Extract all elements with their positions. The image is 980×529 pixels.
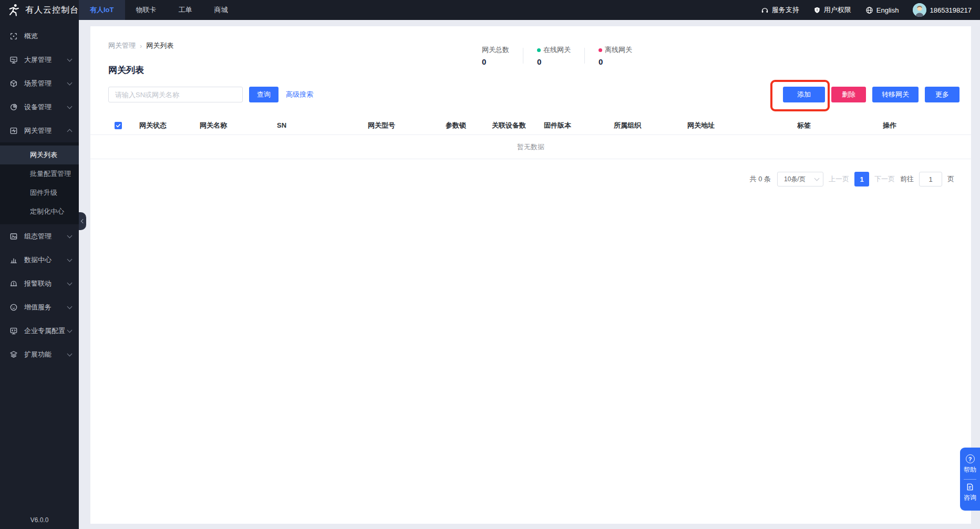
breadcrumb-parent[interactable]: 网关管理 xyxy=(108,41,136,50)
top-nav-tabs: 有人IoT 物联卡 工单 商城 xyxy=(79,0,239,20)
user-account[interactable]: 18653198217 xyxy=(913,3,972,17)
toolbar: 查询 高级搜索 添加 删除 转移网关 更多 xyxy=(90,87,971,102)
user-permissions[interactable]: 用户权限 xyxy=(813,5,851,15)
select-all-checkbox[interactable] xyxy=(115,122,122,129)
next-page-button[interactable]: 下一页 xyxy=(874,174,895,184)
delete-button[interactable]: 删除 xyxy=(831,87,866,102)
tab-work-order[interactable]: 工单 xyxy=(168,0,203,20)
globe-icon xyxy=(865,6,873,14)
table-header-checkbox-cell xyxy=(108,122,139,129)
sidebar-item-label: 增值服务 xyxy=(24,303,68,312)
sidebar-collapse-handle[interactable] xyxy=(79,212,86,230)
app-logo: 有人云控制台 xyxy=(0,0,79,20)
stat-divider xyxy=(584,48,585,64)
headset-icon xyxy=(761,6,769,14)
sidebar-item-label: 企业专属配置 xyxy=(24,326,68,336)
alarm-icon xyxy=(9,279,18,288)
sidebar-item-label: 报警联动 xyxy=(24,279,68,288)
gateway-icon xyxy=(9,126,18,135)
col-param-lock: 参数锁 xyxy=(446,121,492,130)
chevron-down-icon xyxy=(67,304,73,309)
bar-chart-icon xyxy=(9,255,18,264)
stat-offline-gateways: 离线网关 0 xyxy=(599,45,632,66)
big-screen-icon xyxy=(9,55,18,64)
chevron-up-icon xyxy=(67,129,73,134)
sidebar-item-scene-mgmt[interactable]: 场景管理 xyxy=(0,71,79,95)
total-count-label: 共 0 条 xyxy=(750,174,771,184)
main-content-area: 网关管理 › 网关列表 网关列表 网关总数 0 在线网关 0 离线网关 0 xyxy=(79,20,980,529)
language-switcher[interactable]: English xyxy=(865,6,899,14)
tab-mall[interactable]: 商城 xyxy=(203,0,239,20)
page-unit-label: 页 xyxy=(947,174,954,184)
tab-usr-iot[interactable]: 有人IoT xyxy=(79,0,125,20)
add-button[interactable]: 添加 xyxy=(783,87,825,102)
goto-label: 前往 xyxy=(900,174,914,184)
consult-label: 咨询 xyxy=(964,493,976,502)
stat-divider xyxy=(523,48,523,64)
stat-value: 0 xyxy=(482,57,509,66)
sidebar-item-label: 场景管理 xyxy=(24,79,68,88)
sidebar-item-value-added-services[interactable]: 增值服务 xyxy=(0,295,79,319)
sidebar-item-label: 扩展功能 xyxy=(24,350,68,359)
page-number-button[interactable]: 1 xyxy=(854,172,869,186)
tab-iot-card[interactable]: 物联卡 xyxy=(125,0,168,20)
consult-button[interactable]: 咨询 xyxy=(960,481,980,506)
pie-chart-icon xyxy=(9,102,18,111)
help-button[interactable]: ? 帮助 xyxy=(960,452,980,478)
gateway-list-panel: 网关管理 › 网关列表 网关列表 网关总数 0 在线网关 0 离线网关 0 xyxy=(90,26,971,524)
table-header-row: 网关状态 网关名称 SN 网关型号 参数锁 关联设备数 固件版本 所属组织 网关… xyxy=(90,116,971,135)
sidebar-item-alarm-linkage[interactable]: 报警联动 xyxy=(0,272,79,295)
help-label: 帮助 xyxy=(964,465,976,474)
sidebar-subitem-customization-center[interactable]: 定制化中心 xyxy=(0,202,79,221)
search-input[interactable] xyxy=(108,87,243,102)
online-dot-icon xyxy=(537,48,541,52)
prev-page-button[interactable]: 上一页 xyxy=(829,174,849,184)
gateway-submenu: 网关列表 批量配置管理 固件升级 定制化中心 xyxy=(0,142,79,224)
version-label: V6.0.0 xyxy=(0,516,79,524)
breadcrumb-separator: › xyxy=(140,42,142,50)
sidebar-item-overview[interactable]: 概览 xyxy=(0,24,79,48)
sidebar-item-extensions[interactable]: 扩展功能 xyxy=(0,343,79,366)
sidebar-item-device-mgmt[interactable]: 设备管理 xyxy=(0,95,79,119)
sidebar-subitem-gateway-list[interactable]: 网关列表 xyxy=(0,146,79,164)
sidebar-item-configuration-mgmt[interactable]: 组态管理 xyxy=(0,224,79,248)
col-organization: 所属组织 xyxy=(614,121,687,130)
document-icon xyxy=(966,483,974,491)
pagination: 共 0 条 10条/页 上一页 1 下一页 前往 页 xyxy=(90,172,971,186)
more-button[interactable]: 更多 xyxy=(925,87,960,102)
chevron-down-icon xyxy=(67,56,73,61)
transfer-gateway-button[interactable]: 转移网关 xyxy=(872,87,919,102)
sidebar-item-gateway-mgmt[interactable]: 网关管理 xyxy=(0,119,79,142)
phone-number: 18653198217 xyxy=(930,6,972,14)
sidebar-item-data-center[interactable]: 数据中心 xyxy=(0,248,79,272)
action-buttons: 添加 删除 转移网关 更多 xyxy=(783,87,960,102)
goto-page-input[interactable] xyxy=(919,172,942,186)
stat-label: 在线网关 xyxy=(537,45,571,55)
page-size-select[interactable]: 10条/页 xyxy=(777,172,823,186)
query-button[interactable]: 查询 xyxy=(249,87,278,102)
stat-value: 0 xyxy=(599,57,632,66)
col-tags: 标签 xyxy=(797,121,883,130)
sidebar-subitem-batch-config[interactable]: 批量配置管理 xyxy=(0,164,79,183)
topbar: 有人云控制台 有人IoT 物联卡 工单 商城 服务支持 用户权限 English xyxy=(0,0,980,20)
service-circle-icon xyxy=(9,303,18,312)
stat-online-gateways: 在线网关 0 xyxy=(537,45,571,66)
avatar xyxy=(913,3,926,17)
sidebar-item-enterprise-config[interactable]: 企业专属配置 xyxy=(0,319,79,343)
monitor-code-icon xyxy=(9,326,18,335)
sidebar-item-label: 设备管理 xyxy=(24,102,68,112)
col-gateway-name: 网关名称 xyxy=(200,121,277,130)
col-linked-devices: 关联设备数 xyxy=(492,121,544,130)
sidebar-item-screen-mgmt[interactable]: 大屏管理 xyxy=(0,48,79,71)
runner-logo-icon xyxy=(7,3,20,17)
cube-icon xyxy=(9,79,18,88)
page-size-value: 10条/页 xyxy=(784,175,806,184)
advanced-search-link[interactable]: 高级搜索 xyxy=(286,90,313,99)
service-support[interactable]: 服务支持 xyxy=(761,5,799,15)
chevron-down-icon xyxy=(67,327,73,333)
sidebar-subitem-firmware-upgrade[interactable]: 固件升级 xyxy=(0,183,79,202)
add-button-wrapper: 添加 xyxy=(783,87,825,102)
language-label: English xyxy=(876,6,899,14)
chevron-left-icon xyxy=(81,219,85,223)
stat-label: 网关总数 xyxy=(482,45,509,55)
